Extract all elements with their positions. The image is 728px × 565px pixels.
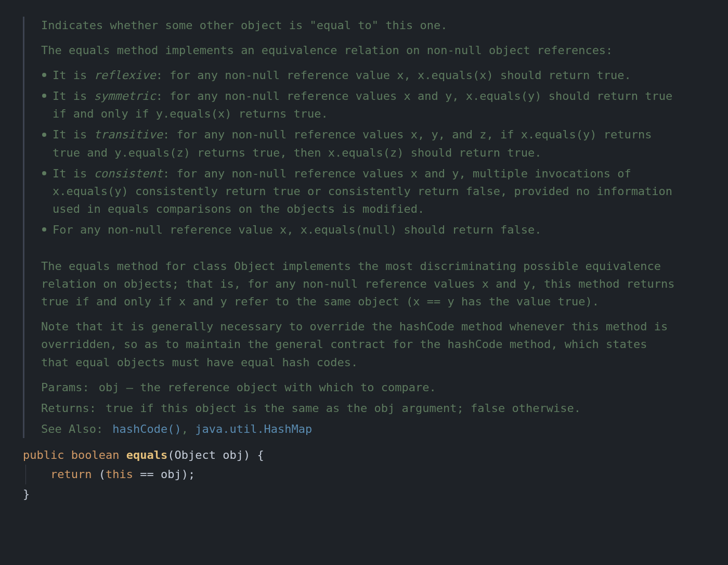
editor-viewport: Indicates whether some other object is "…	[0, 0, 728, 520]
code-inline: false	[471, 402, 505, 415]
javadoc-params: Params: obj – the reference object with …	[41, 379, 678, 396]
text: It is	[53, 69, 94, 82]
code-inline: obj	[99, 381, 120, 394]
code-inline: equals	[108, 202, 149, 215]
list-item: It is symmetric: for any non-null refere…	[41, 87, 678, 123]
text: The	[41, 44, 69, 57]
text: otherwise.	[505, 402, 581, 415]
text: , multiple invocations of	[459, 167, 631, 180]
link-hashmap[interactable]: java.util.HashMap	[195, 422, 312, 435]
code-inline: hashCode	[447, 338, 502, 351]
text: ,	[287, 223, 301, 236]
text: For any non-null reference value	[53, 223, 280, 236]
javadoc-block: Indicates whether some other object is "…	[23, 17, 678, 438]
indent-guide	[25, 465, 26, 484]
space	[64, 448, 71, 461]
code-inline: y	[452, 167, 459, 180]
emphasis: transitive	[94, 128, 162, 141]
text: , then	[280, 146, 328, 159]
text: ,	[452, 89, 466, 102]
method-name: equals	[126, 448, 167, 461]
code-inline: true	[252, 146, 280, 159]
text: : for any non-null reference values	[163, 128, 411, 141]
code-inline: x.equals(y)	[466, 89, 542, 102]
code-inline: x	[179, 295, 186, 308]
javadoc-relation-intro: The equals method implements an equivale…	[41, 42, 678, 59]
emphasis: reflexive	[94, 69, 155, 82]
code-inline: false	[500, 223, 535, 236]
text: returns	[190, 146, 252, 159]
space	[216, 448, 223, 461]
text: should return	[493, 69, 597, 82]
code-inline: x.equals(null)	[301, 223, 397, 236]
text: , if	[487, 128, 521, 141]
emphasis: consistent	[94, 167, 162, 180]
code-inline: y.equals(z)	[114, 146, 190, 159]
text: has the value	[454, 295, 558, 308]
code-inline: x	[411, 167, 418, 180]
code-inline: true	[273, 185, 301, 198]
code-line: public boolean equals(Object obj) {	[23, 445, 678, 465]
text: refer to the same object (	[227, 295, 413, 308]
code-inline: x	[411, 128, 418, 141]
text: .	[535, 146, 541, 159]
javadoc-see-also: See Also: hashCode(), java.util.HashMap	[41, 420, 678, 438]
text: should return	[404, 146, 508, 159]
text: if and only if	[69, 295, 179, 308]
code-line: return (this == obj);	[23, 465, 678, 484]
code-inline: false	[466, 185, 500, 198]
keyword-type: boolean	[71, 448, 120, 461]
text: and	[418, 167, 452, 180]
text: and	[80, 146, 114, 159]
text: and	[411, 89, 445, 102]
params-value: obj – the reference object with which to…	[99, 379, 436, 396]
text: .	[624, 69, 631, 82]
code-line: }	[23, 484, 678, 504]
text: ).	[585, 295, 599, 308]
text: It is	[53, 89, 94, 102]
operator-eq: ==	[133, 468, 161, 481]
text: comparisons on the objects is modified.	[149, 202, 424, 215]
code-inline: x.equals(x)	[418, 69, 493, 82]
text: and	[186, 295, 220, 308]
text: Note that it is generally necessary to o…	[41, 320, 399, 333]
code-inline: y	[220, 295, 227, 308]
identifier: obj	[161, 468, 181, 481]
link-hashcode[interactable]: hashCode()	[112, 422, 181, 435]
keyword-this: this	[106, 468, 133, 481]
javadoc-note-hashcode: Note that it is generally necessary to o…	[41, 318, 678, 371]
paren-semi: );	[181, 468, 196, 481]
text: It is	[53, 128, 94, 141]
text: .	[535, 223, 541, 236]
code-inline: hashCode	[399, 320, 454, 333]
code-inline: true	[41, 295, 69, 308]
text: , and	[438, 128, 479, 141]
text: consistently return	[128, 185, 273, 198]
params-label: Params:	[41, 379, 89, 396]
code-inline: true	[507, 146, 535, 159]
text: The	[41, 260, 69, 273]
class-name: Object	[174, 448, 215, 461]
returns-label: Returns:	[41, 400, 96, 417]
paren-brace: ) {	[243, 448, 264, 461]
code-inline: y	[523, 277, 530, 290]
code-inline: true	[645, 89, 672, 102]
code-inline: y	[432, 128, 438, 141]
parameter: obj	[223, 448, 243, 461]
list-item: For any non-null reference value x, x.eq…	[41, 221, 678, 239]
brace: }	[23, 487, 30, 500]
code-inline: x	[397, 69, 404, 82]
emphasis: symmetric	[94, 89, 155, 102]
code-inline: equals	[69, 260, 110, 273]
text: method for class	[110, 260, 233, 273]
text: or consistently return	[301, 185, 466, 198]
text: : for any non-null reference values	[163, 167, 411, 180]
code-inline: x	[280, 223, 287, 236]
text: ,	[181, 422, 196, 435]
code-block[interactable]: public boolean equals(Object obj) { retu…	[23, 445, 678, 504]
text: method implements an equivalence relatio…	[110, 44, 613, 57]
javadoc-returns: Returns: true if this object is the same…	[41, 400, 678, 417]
text: ,	[418, 128, 432, 141]
text: , this method returns	[530, 277, 674, 290]
text: returns	[596, 128, 652, 141]
